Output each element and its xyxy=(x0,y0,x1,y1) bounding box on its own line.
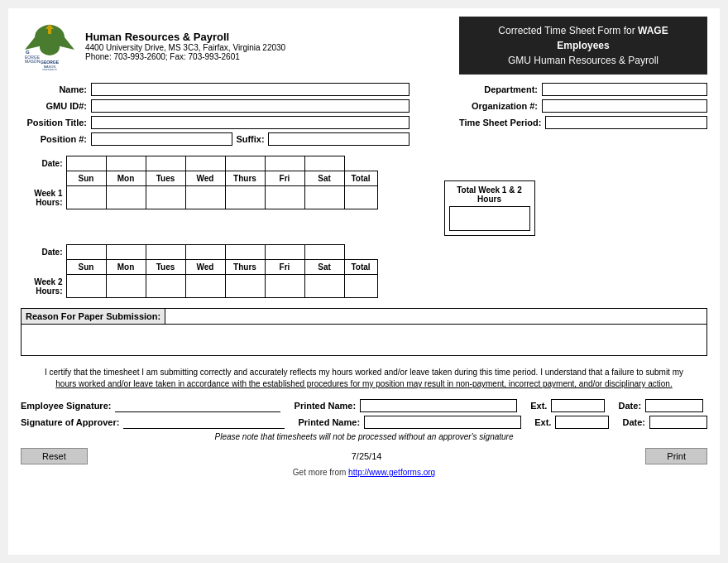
org-address: 4400 University Drive, MS 3C3, Fairfax, … xyxy=(85,43,459,52)
week2-header-thurs: Thurs xyxy=(225,260,265,275)
week1-section: Date: Sun Mon Tues Wed Thurs xyxy=(21,156,707,236)
week1-header-fri: Fri xyxy=(265,171,304,186)
suffix-label: Suffix: xyxy=(232,134,267,144)
week1-hours-thurs[interactable] xyxy=(225,186,265,209)
header-info: Human Resources & Payroll 4400 Universit… xyxy=(85,31,459,61)
form-fields: Name: GMU ID#: Position Title: Position … xyxy=(21,83,707,149)
week1-date-mon[interactable] xyxy=(106,156,146,171)
week1-date-sun[interactable] xyxy=(66,156,106,171)
week2-date-fri[interactable] xyxy=(265,245,304,260)
timesheet-period-input[interactable] xyxy=(545,116,707,129)
form-left: Name: GMU ID#: Position Title: Position … xyxy=(21,83,410,149)
reason-textarea[interactable] xyxy=(22,324,706,355)
position-num-row: Position #: Suffix: xyxy=(21,132,410,146)
week2-data-row: Week 2Hours: xyxy=(21,275,377,298)
organization-row: Organization #: xyxy=(459,99,707,113)
svg-text:MASON: MASON xyxy=(25,59,41,64)
date-input1[interactable] xyxy=(645,399,703,412)
timesheet-period-row: Time Sheet Period: xyxy=(459,116,707,129)
week2-hours-wed[interactable] xyxy=(185,275,225,298)
gmu-id-input[interactable] xyxy=(91,99,410,113)
week2-header-row: Sun Mon Tues Wed Thurs Fri Sat Total xyxy=(21,260,377,275)
week2-date-mon[interactable] xyxy=(106,245,146,260)
week2-date-tues[interactable] xyxy=(146,245,185,260)
week2-header-sat: Sat xyxy=(304,260,344,275)
week2-date-sat[interactable] xyxy=(304,245,344,260)
org-phone: Phone: 703-993-2600; Fax: 703-993-2601 xyxy=(85,52,459,61)
week2-hours-sat[interactable] xyxy=(304,275,344,298)
position-num-input[interactable] xyxy=(91,132,232,146)
suffix-input[interactable] xyxy=(268,132,410,146)
position-title-input[interactable] xyxy=(91,116,410,129)
week2-header-sun: Sun xyxy=(66,260,106,275)
week2-total-value[interactable] xyxy=(344,275,377,298)
printed-name-label1: Printed Name: xyxy=(295,401,357,411)
reason-input-top[interactable] xyxy=(165,309,706,324)
week2-hours-fri[interactable] xyxy=(265,275,304,298)
week2-date-wed[interactable] xyxy=(185,245,225,260)
week1-date-thurs[interactable] xyxy=(225,156,265,171)
week1-date-fri[interactable] xyxy=(265,156,304,171)
svg-point-4 xyxy=(40,39,60,55)
date-input2[interactable] xyxy=(649,416,707,429)
week2-hours-sun[interactable] xyxy=(66,275,106,298)
employee-sig-input[interactable] xyxy=(115,399,280,412)
ext-input2[interactable] xyxy=(555,416,609,429)
name-input[interactable] xyxy=(91,83,410,96)
week2-total-label-empty xyxy=(344,245,377,260)
approver-sig-input[interactable] xyxy=(123,416,285,429)
week1-header-thurs: Thurs xyxy=(225,171,265,186)
week1-date-wed[interactable] xyxy=(185,156,225,171)
week1-hours-sat[interactable] xyxy=(304,186,344,209)
form-right: Department: Organization #: Time Sheet P… xyxy=(459,83,707,149)
approver-sig-label: Signature of Approver: xyxy=(21,417,119,427)
printed-name-input2[interactable] xyxy=(364,416,521,429)
cert-section: I certify that the timesheet I am submit… xyxy=(21,363,707,394)
week1-date-tues[interactable] xyxy=(146,156,185,171)
week2-date-thurs[interactable] xyxy=(225,245,265,260)
week2-header-fri: Fri xyxy=(265,260,304,275)
gmu-id-label: GMU ID#: xyxy=(21,101,91,111)
reason-section: Reason For Paper Submission: xyxy=(21,308,707,356)
department-input[interactable] xyxy=(542,83,707,96)
printed-name-input1[interactable] xyxy=(360,399,517,412)
week2-hours-mon[interactable] xyxy=(106,275,146,298)
week1-hours-fri[interactable] xyxy=(265,186,304,209)
header-title-line2: GMU Human Resources & Payroll xyxy=(472,53,695,68)
week1-header-sat: Sat xyxy=(304,171,344,186)
week1-hours-mon[interactable] xyxy=(106,186,146,209)
week1-total-value[interactable] xyxy=(344,186,377,209)
week1-total-header: Total xyxy=(344,171,377,186)
week2-hours-thurs[interactable] xyxy=(225,275,265,298)
print-button[interactable]: Print xyxy=(645,448,707,464)
week2-date-sun[interactable] xyxy=(66,245,106,260)
week2-section: Date: Sun Mon Tues Wed Thurs xyxy=(21,244,707,298)
week1-header-row: Sun Mon Tues Wed Thurs Fri Sat Total xyxy=(21,171,377,186)
footer-link-url[interactable]: http://www.getforms.org xyxy=(348,468,435,477)
sig-section: Employee Signature: Printed Name: Ext. D… xyxy=(21,399,707,429)
week2-date-row: Date: xyxy=(21,245,377,260)
week1-hours-wed[interactable] xyxy=(185,186,225,209)
organization-label: Organization #: xyxy=(459,101,542,111)
week1-hours-tues[interactable] xyxy=(146,186,185,209)
reset-button[interactable]: Reset xyxy=(21,448,88,464)
header: GEORGE MASON UNIVERSITY G EORGE MASON Hu… xyxy=(21,17,707,75)
cert-text: I certify that the timesheet I am submit… xyxy=(21,367,707,390)
week2-total-header: Total xyxy=(344,260,377,275)
week2-hours-tues[interactable] xyxy=(146,275,185,298)
footer-link-area: Get more from http://www.getforms.org xyxy=(21,468,707,477)
cert-line1: I certify that the timesheet I am submit… xyxy=(45,368,683,377)
week1-date-row: Date: xyxy=(21,156,377,171)
ext-input1[interactable] xyxy=(551,399,605,412)
week2-table: Date: Sun Mon Tues Wed Thurs xyxy=(21,244,378,298)
total-week-box: Total Week 1 & 2Hours xyxy=(444,180,535,236)
week1-date-label: Date: xyxy=(21,156,66,171)
reason-label: Reason For Paper Submission: xyxy=(22,309,165,324)
week2-table-wrap: Date: Sun Mon Tues Wed Thurs xyxy=(21,244,378,298)
week1-header-mon: Mon xyxy=(106,171,146,186)
total-week-input[interactable] xyxy=(449,206,530,231)
week1-date-sat[interactable] xyxy=(304,156,344,171)
organization-input[interactable] xyxy=(542,99,707,113)
week1-hours-sun[interactable] xyxy=(66,186,106,209)
week2-date-label: Date: xyxy=(21,245,66,260)
